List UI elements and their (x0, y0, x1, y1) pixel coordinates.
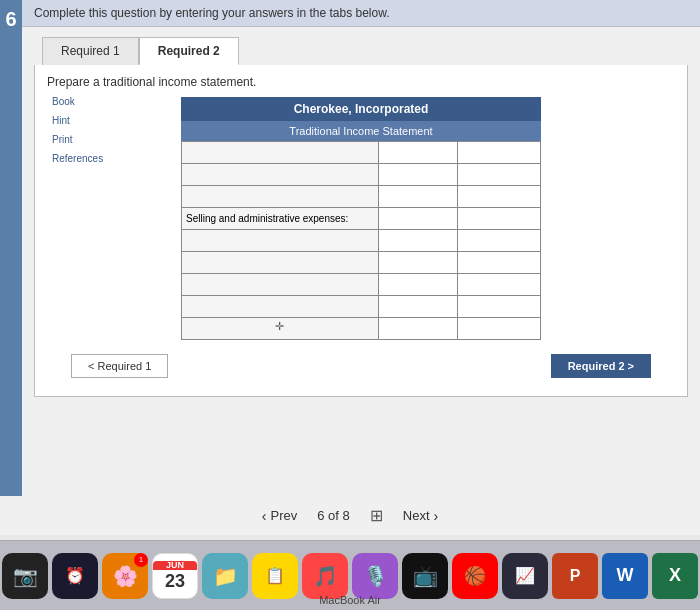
dock-podcast[interactable]: 🎙️ (352, 553, 398, 599)
dock-calendar[interactable]: JUN 23 (152, 553, 198, 599)
macbook-label: MacBook Air (319, 594, 381, 606)
form-nav: < Required 1 Required 2 > (59, 346, 663, 386)
instruction-bar: Complete this question by entering your … (22, 0, 700, 27)
statement-table: Selling and administrative expenses: (181, 141, 541, 340)
dock-excel[interactable]: X (652, 553, 698, 599)
sidebar-icons: Book Hint Print References (44, 90, 94, 170)
table-row (182, 186, 540, 208)
dock-powerpoint[interactable]: P (552, 553, 598, 599)
dock-photos[interactable]: 🌸 1 (102, 553, 148, 599)
sidebar-item-hint[interactable]: Hint (48, 113, 90, 128)
table-row-cursor: ✛ (182, 318, 540, 339)
next-required-button[interactable]: Required 2 > (551, 354, 651, 378)
instruction-text: Complete this question by entering your … (34, 6, 390, 20)
dock-music[interactable]: 🎵 (302, 553, 348, 599)
prev-required-button[interactable]: < Required 1 (71, 354, 168, 378)
photos-badge: 1 (134, 553, 148, 567)
table-row (182, 142, 540, 164)
company-title: Cherokee, Incorporated (181, 97, 541, 121)
dock-notes[interactable]: 📋 (252, 553, 298, 599)
tab-required1[interactable]: Required 1 (42, 37, 139, 65)
sidebar-item-references[interactable]: References (48, 151, 90, 166)
dock-facetime[interactable]: 📷 (2, 553, 48, 599)
content-panel: Prepare a traditional income statement. … (34, 65, 688, 397)
selling-row: Selling and administrative expenses: (182, 208, 540, 230)
income-statement: Cherokee, Incorporated Traditional Incom… (181, 97, 541, 340)
tabs-area: Required 1 Required 2 (22, 27, 700, 65)
table-row (182, 252, 540, 274)
grid-icon[interactable]: ⊞ (370, 506, 383, 525)
question-number: 6 (0, 0, 22, 510)
sidebar-item-print[interactable]: Print (48, 132, 90, 147)
prev-button[interactable]: ‹ Prev (262, 508, 297, 524)
prepare-label: Prepare a traditional income statement. (47, 75, 675, 89)
dock-files[interactable]: 📁 (202, 553, 248, 599)
dock-clock[interactable]: ⏰ (52, 553, 98, 599)
dock-appletv[interactable]: 📺 (402, 553, 448, 599)
page-info: 6 of 8 (317, 508, 350, 523)
sidebar-item-book[interactable]: Book (48, 94, 90, 109)
table-row (182, 296, 540, 318)
main-content: Complete this question by entering your … (22, 0, 700, 510)
table-row (182, 274, 540, 296)
dock-stocks[interactable]: 📈 (502, 553, 548, 599)
bottom-navigation: ‹ Prev 6 of 8 ⊞ Next › (0, 496, 700, 535)
statement-type: Traditional Income Statement (181, 121, 541, 141)
dock-nba[interactable]: 🏀 (452, 553, 498, 599)
next-button[interactable]: Next › (403, 508, 438, 524)
prev-chevron-icon: ‹ (262, 508, 267, 524)
table-row (182, 230, 540, 252)
next-chevron-icon: › (434, 508, 439, 524)
tab-required2[interactable]: Required 2 (139, 37, 239, 65)
dock-word[interactable]: W (602, 553, 648, 599)
table-row (182, 164, 540, 186)
